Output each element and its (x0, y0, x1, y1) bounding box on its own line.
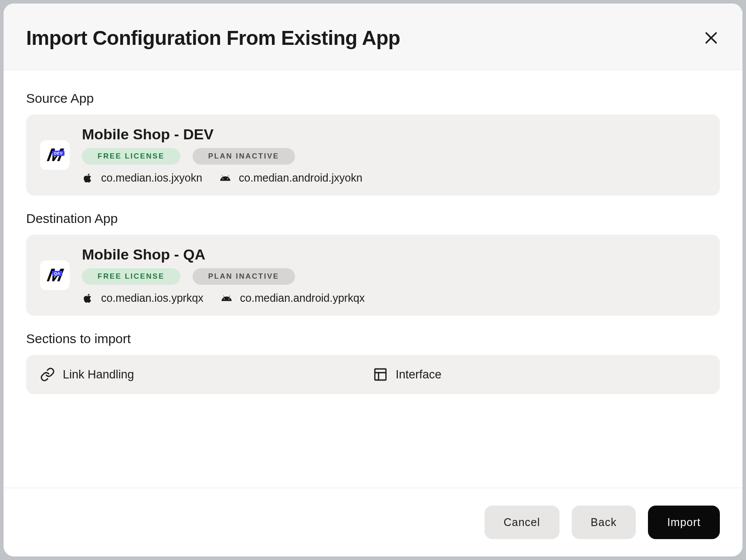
modal-footer: Cancel Back Import (3, 488, 743, 557)
svg-rect-0 (375, 369, 386, 380)
section-name: Link Handling (63, 368, 134, 381)
android-icon (221, 293, 232, 304)
section-name: Interface (396, 368, 441, 381)
destination-app-icon: M QA (40, 260, 70, 290)
layout-icon (373, 367, 388, 382)
license-badge: FREE LICENSE (82, 148, 180, 165)
close-button[interactable] (702, 29, 720, 47)
license-badge: FREE LICENSE (82, 268, 180, 285)
cancel-button[interactable]: Cancel (485, 506, 560, 539)
plan-badge: PLAN INACTIVE (193, 268, 295, 285)
modal-body: Source App M DEV Mobile Shop - DEV FREE … (3, 70, 743, 488)
android-package-id: co.median.android.yprkqx (240, 292, 365, 304)
source-badges-row: FREE LICENSE PLAN INACTIVE (82, 148, 706, 165)
destination-app-label: Destination App (26, 211, 720, 226)
source-app-card: M DEV Mobile Shop - DEV FREE LICENSE PLA… (26, 115, 720, 196)
ios-platform: co.median.ios.yprkqx (82, 292, 203, 304)
plan-badge: PLAN INACTIVE (193, 148, 295, 165)
import-config-modal: Import Configuration From Existing App S… (3, 3, 743, 557)
import-button[interactable]: Import (648, 506, 720, 539)
destination-badges-row: FREE LICENSE PLAN INACTIVE (82, 268, 706, 285)
android-package-id: co.median.android.jxyokn (239, 172, 363, 184)
android-platform: co.median.android.yprkqx (221, 292, 365, 304)
android-platform: co.median.android.jxyokn (220, 172, 363, 184)
apple-icon (82, 172, 93, 184)
destination-app-details: Mobile Shop - QA FREE LICENSE PLAN INACT… (82, 246, 706, 304)
link-icon (40, 367, 55, 382)
source-app-details: Mobile Shop - DEV FREE LICENSE PLAN INAC… (82, 126, 706, 184)
destination-app-card: M QA Mobile Shop - QA FREE LICENSE PLAN … (26, 235, 720, 316)
destination-platforms-row: co.median.ios.yprkqx co.median.android.y… (82, 292, 706, 304)
section-item-interface: Interface (373, 367, 706, 382)
sections-to-import-label: Sections to import (26, 331, 720, 346)
source-platforms-row: co.median.ios.jxyokn co.median.android.j… (82, 172, 706, 184)
destination-app-icon-badge: QA (52, 271, 62, 276)
close-icon (704, 30, 719, 45)
ios-bundle-id: co.median.ios.jxyokn (101, 172, 202, 184)
section-item-link-handling: Link Handling (40, 367, 373, 382)
apple-icon (82, 293, 93, 304)
back-button[interactable]: Back (572, 506, 636, 539)
source-app-label: Source App (26, 91, 720, 106)
modal-header: Import Configuration From Existing App (3, 3, 743, 70)
destination-app-name: Mobile Shop - QA (82, 246, 706, 263)
source-app-icon: M DEV (40, 140, 70, 170)
source-app-name: Mobile Shop - DEV (82, 126, 706, 143)
modal-title: Import Configuration From Existing App (26, 26, 400, 50)
android-icon (220, 172, 231, 184)
ios-bundle-id: co.median.ios.yprkqx (101, 292, 203, 304)
ios-platform: co.median.ios.jxyokn (82, 172, 202, 184)
sections-card: Link Handling Interface (26, 355, 720, 394)
source-app-icon-badge: DEV (52, 151, 64, 156)
